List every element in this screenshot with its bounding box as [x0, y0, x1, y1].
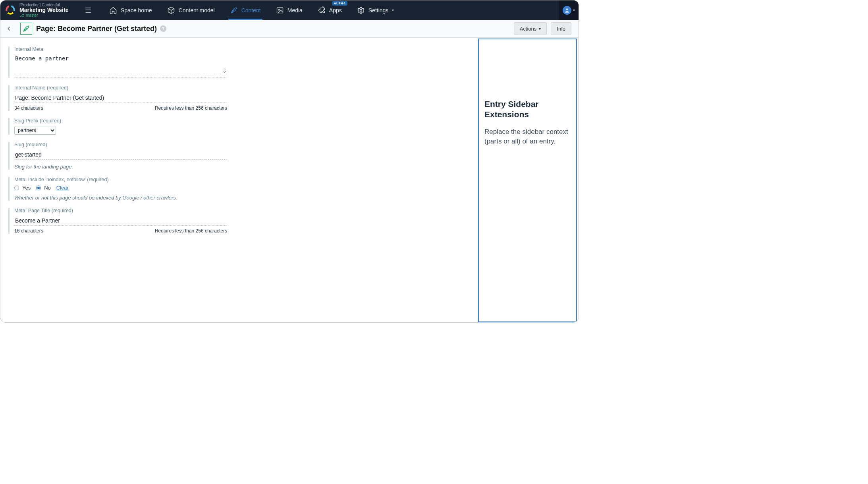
field-page-title: Meta: Page Title (required) 16 character… [8, 208, 229, 234]
sidebar-ext-title: Entry Sidebar Extensions [484, 99, 571, 120]
field-help: Slug for the landing page. [14, 164, 229, 170]
field-noindex: Meta: Include 'noindex, nofollow' (requi… [8, 177, 229, 201]
nav-content[interactable]: Content [228, 0, 262, 20]
sidebar-extension-box: Entry Sidebar Extensions Replace the sid… [478, 39, 577, 322]
field-internal-name: Internal Name (required) 34 characters R… [8, 85, 229, 111]
home-icon [109, 6, 117, 14]
main-area: Internal Meta Internal Name (required) 3… [0, 38, 579, 323]
nav-label: Media [287, 7, 303, 14]
nav-apps[interactable]: Apps ALPHA [316, 0, 343, 20]
nav-media[interactable]: Media [274, 0, 304, 20]
nav-label: Content [241, 7, 261, 14]
radio-yes-label: Yes [22, 185, 31, 191]
nav-settings[interactable]: Settings ▾ [355, 0, 396, 20]
entry-title: Page: Become Partner (Get started) [36, 25, 157, 33]
cube-icon [167, 6, 175, 14]
slug-input[interactable] [14, 150, 227, 160]
radio-no[interactable] [36, 186, 41, 190]
radio-yes[interactable] [14, 186, 19, 190]
clear-link[interactable]: Clear [56, 185, 69, 191]
chevron-down-icon: ▾ [392, 8, 394, 12]
nav-label: Content model [179, 7, 215, 14]
alpha-badge: ALPHA [332, 1, 347, 6]
contentful-logo-icon [5, 5, 15, 15]
internal-meta-input[interactable] [14, 54, 227, 74]
chevron-down-icon: ▾ [539, 27, 541, 31]
internal-name-input[interactable] [14, 93, 227, 103]
info-button[interactable]: Info [551, 22, 571, 35]
nav-space-home[interactable]: Space home [108, 0, 154, 20]
nav-label: Space home [121, 7, 152, 14]
svg-point-5 [360, 9, 362, 11]
char-limit: Requires less than 256 characters [155, 228, 227, 234]
back-button[interactable] [4, 23, 15, 34]
hamburger-icon[interactable]: ☰ [80, 6, 96, 15]
actions-button[interactable]: Actions ▾ [514, 22, 547, 35]
svg-point-6 [566, 8, 568, 10]
field-slug-prefix: Slug Prefix (required) partners [8, 118, 229, 135]
radio-no-label: No [44, 185, 51, 191]
char-limit: Requires less than 256 characters [155, 105, 227, 111]
branch-label: ⎇ master [19, 13, 68, 17]
entry-type-icon [20, 23, 32, 35]
space-name: Marketing Website [19, 7, 68, 13]
user-menu[interactable]: ▾ [559, 0, 579, 20]
help-icon[interactable]: ? [160, 25, 166, 32]
feather-icon [230, 6, 238, 14]
image-icon [276, 6, 284, 14]
field-label: Meta: Page Title (required) [14, 208, 229, 213]
nav-content-model[interactable]: Content model [166, 0, 216, 20]
top-nav: [Production] Contentful Marketing Websit… [0, 0, 579, 20]
svg-rect-3 [277, 8, 283, 13]
avatar-icon [563, 6, 571, 15]
nav-items: Space home Content model Content Media A… [108, 0, 395, 20]
puzzle-icon [318, 6, 326, 14]
char-count: 16 characters [14, 228, 43, 234]
divider [14, 77, 227, 78]
branch-icon: ⎇ [19, 13, 24, 17]
field-label: Internal Name (required) [14, 85, 229, 91]
nav-label: Apps [329, 7, 342, 14]
field-label: Internal Meta [14, 46, 229, 52]
chevron-down-icon: ▾ [573, 8, 575, 12]
page-title-input[interactable] [14, 216, 227, 226]
workbench-header: Page: Become Partner (Get started) ? Act… [0, 20, 579, 38]
sidebar-ext-body: Replace the sidebar context (parts or al… [484, 127, 571, 147]
char-count: 34 characters [14, 105, 43, 111]
field-label: Slug (required) [14, 142, 229, 147]
nav-label: Settings [368, 7, 389, 14]
slug-prefix-select[interactable]: partners [14, 126, 56, 135]
field-label: Meta: Include 'noindex, nofollow' (requi… [14, 177, 229, 182]
field-label: Slug Prefix (required) [14, 118, 229, 124]
gear-icon [357, 6, 365, 14]
form-area: Internal Meta Internal Name (required) 3… [0, 38, 478, 323]
svg-point-4 [278, 9, 280, 10]
field-slug: Slug (required) Slug for the landing pag… [8, 142, 229, 170]
field-internal-meta: Internal Meta [8, 46, 229, 78]
brand-block[interactable]: [Production] Contentful Marketing Websit… [0, 3, 80, 17]
field-help: Whether or not this page should be index… [14, 195, 229, 201]
